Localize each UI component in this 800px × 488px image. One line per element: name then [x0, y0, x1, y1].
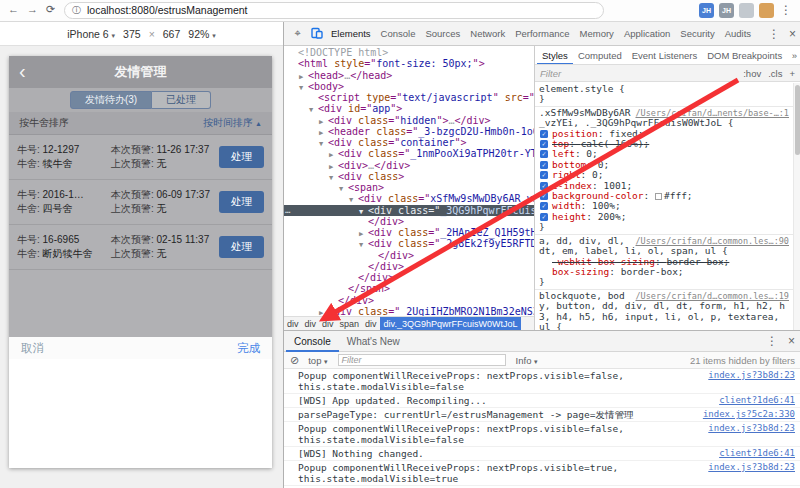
clear-console-icon[interactable]: ⊘	[290, 354, 299, 367]
console-source-link[interactable]: index.js?5c2a:330	[703, 409, 795, 420]
console-source-link[interactable]: client?1de6:41	[719, 395, 795, 406]
zoom-select[interactable]: 92% ▾	[188, 28, 215, 40]
console-filter-input[interactable]: Filter	[338, 354, 506, 366]
address-bar[interactable]: ⓘ localhost:8080/estrusManagement	[64, 2, 604, 19]
hov-toggle[interactable]: :hov	[743, 68, 761, 79]
styles-tab[interactable]: Computed	[573, 46, 627, 65]
dom-tree-node[interactable]: ▶<div class="hidden">…</div>	[284, 115, 534, 126]
console-source-link[interactable]: index.js?3b8d:23	[708, 370, 795, 381]
dom-tree-node[interactable]: ▼<div class="xSfMw9sMwDBy6AR_vzYEi">	[284, 193, 534, 204]
breadcrumb-item[interactable]: span	[337, 319, 363, 329]
breadcrumb-item[interactable]: div	[362, 319, 380, 329]
dom-tree-node[interactable]: ▼<span>	[284, 182, 534, 193]
handle-button[interactable]: 处理	[219, 146, 264, 168]
dom-tree-node[interactable]: ▶<div class="_2UqiIHZbMRO2N1Bm32eNS3">…<…	[284, 306, 534, 316]
dom-tree-node[interactable]: ▶<head>…</head>	[284, 70, 534, 81]
cancel-button[interactable]: 取消	[21, 341, 44, 356]
device-stage: ‹ 发情管理 发情待办(3)已处理 按牛舍排序 按时间排序▲ 牛号: 12-12…	[0, 46, 283, 488]
done-button[interactable]: 完成	[237, 341, 260, 356]
dom-tree-node[interactable]: <html style="font-size: 50px;">	[284, 58, 534, 69]
devtools-tab-network[interactable]: Network	[465, 22, 510, 46]
dom-tree-node[interactable]: ▼<div class="container">	[284, 137, 534, 148]
dom-tree-node[interactable]: <!DOCTYPE html>	[284, 47, 534, 58]
dom-tree-node[interactable]: ▶<div>…</div>	[284, 160, 534, 171]
dom-tree-node[interactable]: </span>	[284, 283, 534, 294]
devtools-tab-performance[interactable]: Performance	[510, 22, 574, 46]
devtools-tab-application[interactable]: Application	[619, 22, 675, 46]
dom-tree-node[interactable]: ▼<div class="_2g8Ek2f9yE5RFTD16-X17X">	[284, 238, 534, 249]
reload-icon[interactable]: ⟳	[46, 3, 55, 16]
sort-by-time-button[interactable]: 按时间排序▲	[203, 116, 262, 130]
extension-icon[interactable]: JH	[699, 3, 714, 18]
css-property[interactable]: ✓height: 200%;	[539, 212, 789, 222]
console-log-list: index.js?3b8d:23Popup componentWillRecei…	[284, 369, 800, 486]
device-height-field[interactable]: 667	[163, 28, 181, 40]
extension-icon[interactable]: JH	[719, 3, 734, 18]
execution-context-select[interactable]: top ▾	[308, 355, 327, 366]
styles-tab[interactable]: Event Listeners	[627, 46, 702, 65]
dom-tree-node[interactable]: </div>	[284, 216, 534, 227]
console-menu-icon[interactable]: ⋮	[766, 331, 778, 352]
styles-tab[interactable]: DOM Breakpoints	[702, 46, 787, 65]
breadcrumb-item[interactable]: div	[302, 319, 320, 329]
chevron-down-icon: ▾	[212, 32, 216, 39]
site-info-icon[interactable]: ⓘ	[72, 3, 81, 18]
app-tab[interactable]: 发情待办(3)	[70, 91, 152, 109]
back-chevron-icon[interactable]: ‹	[19, 56, 26, 87]
device-select[interactable]: iPhone 6 ▾	[67, 28, 115, 40]
console-source-link[interactable]: index.js?3b8d:23	[708, 423, 795, 434]
styles-scrollbar[interactable]	[793, 83, 800, 330]
devtools-tab-audits[interactable]: Audits	[720, 22, 756, 46]
dom-tree-node[interactable]: <script type="text/javascript" src="/uap…	[284, 92, 534, 103]
styles-tab[interactable]: Styles	[537, 46, 573, 65]
console-close-icon[interactable]: ×	[788, 331, 795, 352]
dom-tree-node[interactable]: </div>	[284, 295, 534, 306]
back-icon[interactable]: ←	[8, 3, 19, 15]
browser-menu-icon[interactable]: ⋮	[780, 3, 792, 17]
console-source-link[interactable]: index.js?3b8d:23	[708, 462, 795, 473]
devtools-tab-security[interactable]: Security	[675, 22, 719, 46]
console-drawer: ConsoleWhat's New ⋮ × ⊘ top ▾ Filter Inf…	[284, 330, 800, 488]
devtools-close-icon[interactable]: ×	[789, 22, 796, 46]
breadcrumb-item[interactable]: div	[284, 319, 302, 329]
css-property[interactable]: box-sizing: border-box;	[539, 267, 789, 277]
dom-tree-node[interactable]: ▶<div class="_1nmPooXi9aTPH20tr-YThE">…<…	[284, 148, 534, 159]
dom-tree-node[interactable]: ▶<div class="_2HAnIeZ_Q1H59tH9HqYWm">…</…	[284, 227, 534, 238]
devtools-menu-icon[interactable]: ⋮	[768, 22, 780, 46]
breadcrumb-item[interactable]: div._3QG9hPqwrFFcuisW0WtJoL	[380, 317, 522, 331]
device-width-field[interactable]: 375	[123, 28, 141, 40]
log-level-select[interactable]: Info ▾	[516, 355, 538, 366]
app-tab[interactable]: 已处理	[152, 91, 211, 109]
devtools-tab-memory[interactable]: Memory	[575, 22, 619, 46]
dom-tree-node[interactable]: …▼<div class="_3QG9hPqwrFFcuisW0WtJoL">	[284, 205, 534, 216]
dom-tree-node[interactable]: </div>	[284, 250, 534, 261]
console-source-link[interactable]: client?1de6:41	[719, 448, 795, 459]
dom-tree-node[interactable]: ▼<div class>	[284, 171, 534, 182]
console-tab[interactable]: Console	[286, 331, 339, 352]
dom-tree-node[interactable]: ▶<header class="_3-bzgcD2U-Hmb0n-1o0_vc"…	[284, 126, 534, 137]
devtools-tab-elements[interactable]: Elements	[326, 22, 376, 46]
forward-icon[interactable]: →	[27, 3, 38, 15]
styles-filter-input[interactable]: Filter	[540, 68, 736, 79]
overflow-tabs-icon[interactable]: »	[789, 46, 797, 65]
breadcrumb-item[interactable]: div	[319, 319, 337, 329]
extension-icon[interactable]	[739, 3, 754, 18]
console-log-entry: index.js?3b8d:23Popup componentWillRecei…	[284, 369, 800, 394]
dom-tree-node[interactable]: ▼<div id="app">	[284, 103, 534, 114]
extension-icon[interactable]	[759, 3, 774, 18]
handle-button[interactable]: 处理	[219, 236, 264, 258]
dom-tree-node[interactable]: ▼<body>	[284, 81, 534, 92]
devtools-tab-console[interactable]: Console	[376, 22, 421, 46]
sort-asc-icon: ▲	[255, 120, 262, 127]
inspect-element-icon[interactable]: ⌖	[288, 27, 307, 40]
devtools-tab-sources[interactable]: Sources	[420, 22, 465, 46]
handle-button[interactable]: 处理	[219, 191, 264, 213]
new-style-rule-button[interactable]: +	[789, 68, 795, 79]
device-toolbar-toggle-icon[interactable]	[307, 25, 326, 43]
dom-tree-node[interactable]: </div>	[284, 272, 534, 283]
console-tab[interactable]: What's New	[339, 331, 408, 352]
cls-toggle[interactable]: .cls	[768, 68, 782, 79]
sort-by-barn-button[interactable]: 按牛舍排序	[19, 116, 69, 130]
styles-filter-bar: Filter :hov .cls +	[535, 65, 800, 82]
dom-tree-node[interactable]: </div>	[284, 261, 534, 272]
